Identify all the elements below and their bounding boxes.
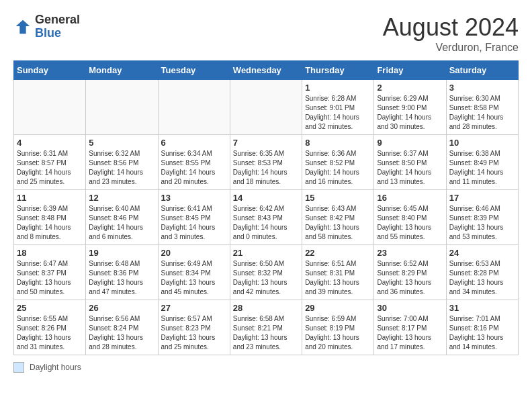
logo: General Blue (13, 13, 80, 40)
day-info: Sunrise: 6:55 AMSunset: 8:26 PMDaylight:… (17, 314, 83, 352)
daylight-legend-label: Daylight hours (30, 363, 81, 372)
calendar-cell: 31Sunrise: 7:01 AMSunset: 8:16 PMDayligh… (446, 300, 518, 355)
calendar-cell: 9Sunrise: 6:37 AMSunset: 8:50 PMDaylight… (374, 135, 446, 190)
day-info: Sunrise: 6:48 AMSunset: 8:36 PMDaylight:… (89, 259, 154, 297)
day-info: Sunrise: 6:34 AMSunset: 8:55 PMDaylight:… (161, 149, 227, 187)
title-block: August 2024 Verduron, France (383, 13, 519, 54)
day-info: Sunrise: 6:58 AMSunset: 8:21 PMDaylight:… (233, 314, 299, 352)
weekday-header-saturday: Saturday (446, 61, 518, 80)
calendar-week-3: 11Sunrise: 6:39 AMSunset: 8:48 PMDayligh… (14, 190, 519, 245)
day-info: Sunrise: 6:52 AMSunset: 8:29 PMDaylight:… (377, 259, 443, 297)
day-number: 2 (377, 83, 443, 93)
calendar-cell: 3Sunrise: 6:30 AMSunset: 8:58 PMDaylight… (446, 80, 518, 135)
day-info: Sunrise: 6:30 AMSunset: 8:58 PMDaylight:… (449, 94, 515, 132)
day-number: 15 (305, 193, 371, 203)
calendar-cell (86, 80, 158, 135)
calendar-cell: 13Sunrise: 6:41 AMSunset: 8:45 PMDayligh… (158, 190, 230, 245)
day-number: 3 (449, 83, 515, 93)
day-info: Sunrise: 6:32 AMSunset: 8:56 PMDaylight:… (89, 149, 154, 187)
day-info: Sunrise: 7:00 AMSunset: 8:17 PMDaylight:… (377, 314, 443, 352)
day-info: Sunrise: 6:46 AMSunset: 8:39 PMDaylight:… (449, 204, 515, 242)
day-number: 4 (17, 138, 83, 148)
day-number: 6 (161, 138, 227, 148)
day-info: Sunrise: 6:45 AMSunset: 8:40 PMDaylight:… (377, 204, 443, 242)
day-info: Sunrise: 6:28 AMSunset: 9:01 PMDaylight:… (305, 94, 371, 132)
day-info: Sunrise: 6:49 AMSunset: 8:34 PMDaylight:… (161, 259, 227, 297)
calendar-cell: 15Sunrise: 6:43 AMSunset: 8:42 PMDayligh… (302, 190, 374, 245)
logo-blue-text: Blue (35, 27, 80, 40)
calendar-cell: 27Sunrise: 6:57 AMSunset: 8:23 PMDayligh… (158, 300, 230, 355)
calendar-cell: 10Sunrise: 6:38 AMSunset: 8:49 PMDayligh… (446, 135, 518, 190)
page-header: General Blue August 2024 Verduron, Franc… (13, 13, 519, 54)
calendar-cell: 30Sunrise: 7:00 AMSunset: 8:17 PMDayligh… (374, 300, 446, 355)
calendar-cell: 11Sunrise: 6:39 AMSunset: 8:48 PMDayligh… (14, 190, 86, 245)
weekday-header-monday: Monday (86, 61, 158, 80)
calendar-cell: 23Sunrise: 6:52 AMSunset: 8:29 PMDayligh… (374, 245, 446, 300)
calendar-cell: 4Sunrise: 6:31 AMSunset: 8:57 PMDaylight… (14, 135, 86, 190)
day-number: 12 (89, 193, 154, 203)
logo-icon (13, 17, 32, 36)
weekday-header-row: SundayMondayTuesdayWednesdayThursdayFrid… (14, 61, 519, 80)
weekday-header-thursday: Thursday (302, 61, 374, 80)
day-number: 28 (233, 303, 299, 313)
calendar-cell: 20Sunrise: 6:49 AMSunset: 8:34 PMDayligh… (158, 245, 230, 300)
calendar-cell: 16Sunrise: 6:45 AMSunset: 8:40 PMDayligh… (374, 190, 446, 245)
calendar-week-2: 4Sunrise: 6:31 AMSunset: 8:57 PMDaylight… (14, 135, 519, 190)
location-subtitle: Verduron, France (383, 42, 519, 54)
day-number: 9 (377, 138, 443, 148)
calendar-cell: 28Sunrise: 6:58 AMSunset: 8:21 PMDayligh… (230, 300, 302, 355)
day-info: Sunrise: 6:42 AMSunset: 8:43 PMDaylight:… (233, 204, 299, 242)
day-number: 25 (17, 303, 83, 313)
calendar-cell: 14Sunrise: 6:42 AMSunset: 8:43 PMDayligh… (230, 190, 302, 245)
day-number: 19 (89, 248, 154, 258)
daylight-legend-box (13, 362, 24, 373)
weekday-header-tuesday: Tuesday (158, 61, 230, 80)
weekday-header-wednesday: Wednesday (230, 61, 302, 80)
day-info: Sunrise: 6:53 AMSunset: 8:28 PMDaylight:… (449, 259, 515, 297)
day-info: Sunrise: 7:01 AMSunset: 8:16 PMDaylight:… (449, 314, 515, 352)
day-number: 5 (89, 138, 154, 148)
day-info: Sunrise: 6:41 AMSunset: 8:45 PMDaylight:… (161, 204, 227, 242)
day-number: 7 (233, 138, 299, 148)
day-number: 13 (161, 193, 227, 203)
day-info: Sunrise: 6:56 AMSunset: 8:24 PMDaylight:… (89, 314, 154, 352)
day-number: 18 (17, 248, 83, 258)
day-info: Sunrise: 6:57 AMSunset: 8:23 PMDaylight:… (161, 314, 227, 352)
calendar-cell: 24Sunrise: 6:53 AMSunset: 8:28 PMDayligh… (446, 245, 518, 300)
month-year-title: August 2024 (383, 13, 519, 42)
calendar-cell: 1Sunrise: 6:28 AMSunset: 9:01 PMDaylight… (302, 80, 374, 135)
day-info: Sunrise: 6:29 AMSunset: 9:00 PMDaylight:… (377, 94, 443, 132)
calendar-cell: 7Sunrise: 6:35 AMSunset: 8:53 PMDaylight… (230, 135, 302, 190)
calendar-cell: 8Sunrise: 6:36 AMSunset: 8:52 PMDaylight… (302, 135, 374, 190)
calendar-cell: 6Sunrise: 6:34 AMSunset: 8:55 PMDaylight… (158, 135, 230, 190)
day-number: 27 (161, 303, 227, 313)
day-number: 31 (449, 303, 515, 313)
calendar-cell: 21Sunrise: 6:50 AMSunset: 8:32 PMDayligh… (230, 245, 302, 300)
calendar-week-4: 18Sunrise: 6:47 AMSunset: 8:37 PMDayligh… (14, 245, 519, 300)
day-number: 8 (305, 138, 371, 148)
footer: Daylight hours (13, 362, 519, 373)
day-info: Sunrise: 6:50 AMSunset: 8:32 PMDaylight:… (233, 259, 299, 297)
day-number: 22 (305, 248, 371, 258)
day-number: 23 (377, 248, 443, 258)
logo-text: General Blue (35, 13, 80, 40)
day-info: Sunrise: 6:40 AMSunset: 8:46 PMDaylight:… (89, 204, 154, 242)
day-number: 24 (449, 248, 515, 258)
day-info: Sunrise: 6:51 AMSunset: 8:31 PMDaylight:… (305, 259, 371, 297)
day-info: Sunrise: 6:37 AMSunset: 8:50 PMDaylight:… (377, 149, 443, 187)
day-number: 16 (377, 193, 443, 203)
day-info: Sunrise: 6:43 AMSunset: 8:42 PMDaylight:… (305, 204, 371, 242)
calendar-cell: 29Sunrise: 6:59 AMSunset: 8:19 PMDayligh… (302, 300, 374, 355)
day-number: 17 (449, 193, 515, 203)
calendar-table: SundayMondayTuesdayWednesdayThursdayFrid… (13, 60, 519, 355)
day-info: Sunrise: 6:35 AMSunset: 8:53 PMDaylight:… (233, 149, 299, 187)
day-info: Sunrise: 6:31 AMSunset: 8:57 PMDaylight:… (17, 149, 83, 187)
calendar-cell: 2Sunrise: 6:29 AMSunset: 9:00 PMDaylight… (374, 80, 446, 135)
calendar-cell: 25Sunrise: 6:55 AMSunset: 8:26 PMDayligh… (14, 300, 86, 355)
calendar-cell: 18Sunrise: 6:47 AMSunset: 8:37 PMDayligh… (14, 245, 86, 300)
logo-general-text: General (35, 13, 80, 27)
day-info: Sunrise: 6:38 AMSunset: 8:49 PMDaylight:… (449, 149, 515, 187)
day-number: 1 (305, 83, 371, 93)
calendar-cell (14, 80, 86, 135)
calendar-cell (230, 80, 302, 135)
